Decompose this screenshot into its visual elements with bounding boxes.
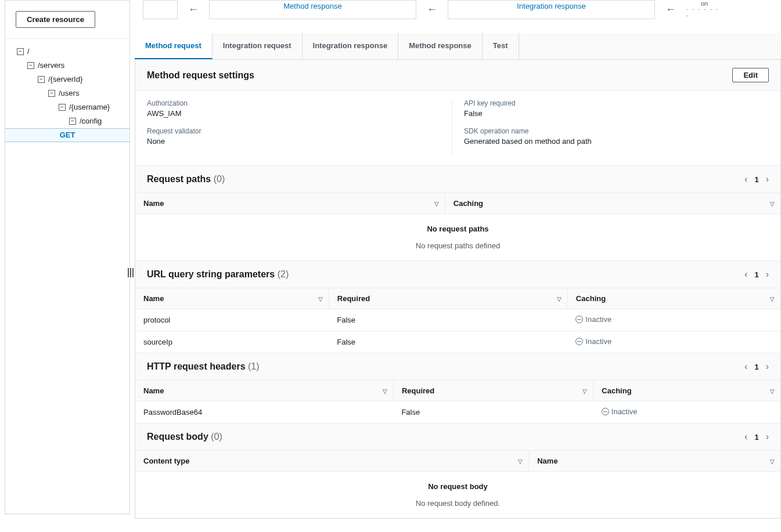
page-number: 1 <box>754 433 758 441</box>
method-tabs: Method requestIntegration requestIntegra… <box>135 33 781 60</box>
cell-name: protocol <box>135 309 329 331</box>
tree-node[interactable]: −/servers <box>5 59 129 73</box>
empty-subtitle: No request paths defined <box>135 241 780 250</box>
tab-integration-request[interactable]: Integration request <box>213 33 303 59</box>
field-label: Request validator <box>147 127 452 135</box>
col-name[interactable]: Name▽ <box>135 288 329 309</box>
sort-icon: ▽ <box>557 295 562 302</box>
prev-page-icon[interactable]: ‹ <box>744 269 747 280</box>
sdk-value: Generated based on method and path <box>464 137 769 146</box>
field-label: Authorization <box>147 99 452 107</box>
prev-page-icon[interactable]: ‹ <box>744 174 747 184</box>
validator-value: None <box>147 137 452 146</box>
tree-label: /{username} <box>69 100 110 114</box>
empty-state: No request body No request body defined. <box>135 472 780 518</box>
sort-icon: ▽ <box>518 458 523 464</box>
table-row: protocolFalseInactive <box>135 309 780 331</box>
status-inactive: Inactive <box>575 337 611 346</box>
tree-label: GET <box>60 128 75 142</box>
tab-method-request[interactable]: Method request <box>135 33 213 59</box>
table-row: PasswordBase64FalseInactive <box>135 401 780 424</box>
split-drag-handle[interactable] <box>128 268 134 277</box>
collapse-icon[interactable]: − <box>27 62 34 69</box>
prev-page-icon[interactable]: ‹ <box>744 361 747 372</box>
tree-label: /users <box>59 86 79 100</box>
collapse-icon[interactable]: − <box>17 48 24 55</box>
request-paths-count: (0) <box>214 174 225 184</box>
col-name[interactable]: Name▽ <box>529 451 780 472</box>
create-resource-button[interactable]: Create resource <box>16 11 95 28</box>
section-header-http-headers: HTTP request headers (1) ‹ 1 › <box>135 353 780 381</box>
query-params-count: (2) <box>278 269 289 279</box>
col-name[interactable]: Name▽ <box>135 193 445 214</box>
col-caching[interactable]: Caching▽ <box>445 193 780 214</box>
collapse-icon[interactable]: − <box>59 104 66 111</box>
resource-tree: −/−/servers−/{serverId}−/users−/{usernam… <box>5 39 129 142</box>
tree-node[interactable]: −/ <box>5 45 129 59</box>
arrow-left-icon: ← <box>655 0 686 19</box>
edit-settings-button[interactable]: Edit <box>732 68 769 82</box>
flow-card-endpoint: on - - - - - - - <box>686 0 722 19</box>
section-header-settings: Method request settings Edit <box>135 60 780 91</box>
next-page-icon[interactable]: › <box>766 269 769 280</box>
collapse-icon[interactable]: − <box>48 90 55 97</box>
sort-icon: ▽ <box>318 295 323 302</box>
authorization-value: AWS_IAM <box>147 109 452 118</box>
field-label: API key required <box>464 99 769 107</box>
query-params-table: Name▽ Required▽ Caching▽ protocolFalseIn… <box>135 288 780 353</box>
empty-title: No request paths <box>135 225 780 233</box>
col-name[interactable]: Name▽ <box>135 381 393 401</box>
tree-node[interactable]: −/config <box>5 114 129 128</box>
col-content-type[interactable]: Content type▽ <box>135 451 529 472</box>
cell-caching: Inactive <box>593 401 780 424</box>
prev-page-icon[interactable]: ‹ <box>744 432 747 442</box>
flow-card-method-response[interactable]: Method response <box>209 0 416 19</box>
resource-tree-sidebar: Create resource −/−/servers−/{serverId}−… <box>5 0 130 514</box>
cell-name: sourceIp <box>135 331 329 353</box>
request-body-count: (0) <box>211 432 222 441</box>
collapse-icon[interactable]: − <box>38 76 45 83</box>
request-body-title: Request body <box>147 432 208 441</box>
tree-node[interactable]: −/users <box>5 86 129 100</box>
tree-method-get[interactable]: GET <box>5 128 129 142</box>
tree-label: /servers <box>38 59 64 73</box>
status-inactive: Inactive <box>602 407 638 416</box>
tab-method-response[interactable]: Method response <box>398 33 483 59</box>
sort-icon: ▽ <box>383 388 387 394</box>
tab-integration-response[interactable]: Integration response <box>303 33 399 59</box>
section-header-request-body: Request body (0) ‹ 1 › <box>135 423 780 451</box>
http-headers-table: Name▽ Required▽ Caching▽ PasswordBase64F… <box>135 381 780 423</box>
http-headers-title: HTTP request headers <box>147 361 246 371</box>
inactive-icon <box>602 408 609 415</box>
settings-title: Method request settings <box>147 70 254 81</box>
col-caching[interactable]: Caching▽ <box>593 381 780 401</box>
table-row: sourceIpFalseInactive <box>135 331 780 353</box>
flow-card-blank <box>143 0 178 19</box>
next-page-icon[interactable]: › <box>766 174 769 184</box>
pager: ‹ 1 › <box>744 361 769 372</box>
method-flow-cards: ← Method response ← Integration response… <box>135 0 781 19</box>
empty-title: No request body <box>135 482 780 491</box>
inactive-icon <box>575 316 583 323</box>
sort-icon: ▽ <box>770 388 775 394</box>
tree-node[interactable]: −/{username} <box>5 100 129 114</box>
sort-icon: ▽ <box>770 458 775 464</box>
request-paths-title: Request paths <box>147 174 211 184</box>
col-caching[interactable]: Caching▽ <box>567 288 780 309</box>
next-page-icon[interactable]: › <box>766 361 769 372</box>
method-request-panel: Method request settings Edit Authorizati… <box>135 60 781 519</box>
request-paths-table: Name▽ Caching▽ <box>135 193 780 214</box>
flow-card-integration-response[interactable]: Integration response <box>448 0 655 19</box>
empty-state: No request paths No request paths define… <box>135 214 780 260</box>
section-header-request-paths: Request paths (0) ‹ 1 › <box>135 165 780 193</box>
tab-test[interactable]: Test <box>483 33 519 59</box>
page-number: 1 <box>754 270 758 279</box>
col-required[interactable]: Required▽ <box>393 381 593 401</box>
collapse-icon[interactable]: − <box>69 118 76 125</box>
tree-node[interactable]: −/{serverId} <box>5 73 129 86</box>
pager: ‹ 1 › <box>744 432 769 442</box>
cell-required: False <box>329 309 567 331</box>
col-required[interactable]: Required▽ <box>329 288 567 309</box>
next-page-icon[interactable]: › <box>766 432 769 442</box>
apikey-value: False <box>464 109 769 118</box>
